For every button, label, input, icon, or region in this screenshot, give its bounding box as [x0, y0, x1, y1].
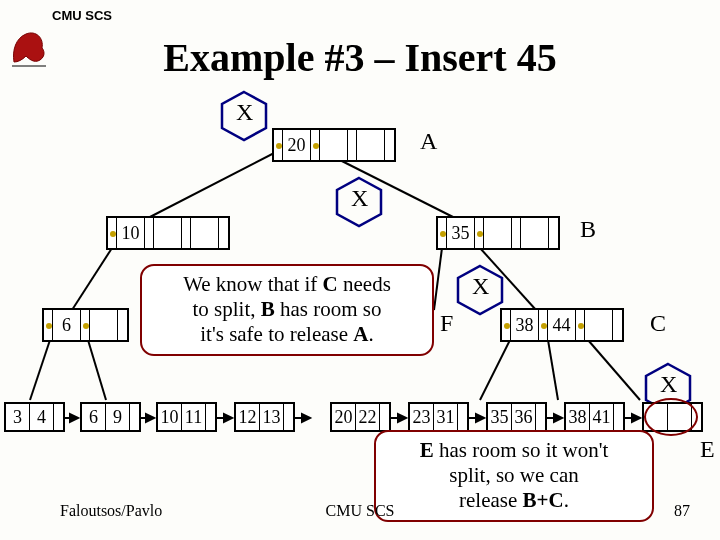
svg-line-2	[72, 248, 112, 310]
node-l1-right: 35	[436, 216, 560, 250]
leaf4-k0: 12	[236, 404, 260, 430]
ptr	[118, 310, 127, 340]
header-org: CMU SCS	[52, 8, 112, 23]
l2c-key-0: 38	[511, 310, 539, 340]
svg-line-3	[434, 248, 442, 310]
leaf4-k1: 13	[260, 404, 284, 430]
marker-b: B	[580, 216, 596, 243]
leaf5-k0: 20	[332, 404, 356, 430]
svg-line-0	[148, 150, 280, 218]
lock-x-b: X	[351, 185, 368, 212]
svg-marker-18	[70, 414, 78, 422]
leaf6-k1: 31	[434, 404, 458, 430]
leaf-6: 23 31	[408, 402, 469, 432]
l2c-key-2	[585, 310, 613, 340]
l1a-key-2	[191, 218, 219, 248]
ptr	[274, 130, 283, 160]
ptr	[549, 218, 558, 248]
leaf7-k1: 36	[512, 404, 536, 430]
ptr	[284, 404, 293, 430]
l1b-key-1	[484, 218, 512, 248]
l1b-key-2	[521, 218, 549, 248]
target-ellipse	[644, 398, 698, 436]
ptr	[614, 404, 623, 430]
c1-l2-b: B	[261, 297, 275, 321]
leaf2-k0: 6	[82, 404, 106, 430]
leaf8-k1: 41	[590, 404, 614, 430]
ptr	[81, 310, 90, 340]
svg-marker-24	[554, 414, 562, 422]
svg-line-9	[588, 340, 640, 400]
ptr	[54, 404, 63, 430]
ptr	[613, 310, 622, 340]
ptr	[145, 218, 154, 248]
footer-center: CMU SCS	[0, 502, 720, 520]
leaf-5: 20 22	[330, 402, 391, 432]
c1-l2-pre: to split,	[192, 297, 260, 321]
leaf7-k0: 35	[488, 404, 512, 430]
svg-line-6	[88, 340, 106, 400]
ptr	[182, 218, 191, 248]
ptr	[206, 404, 215, 430]
svg-marker-20	[224, 414, 232, 422]
l2a-key-1	[90, 310, 118, 340]
l2a-key-0: 6	[53, 310, 81, 340]
root-key-2	[357, 130, 385, 160]
ptr	[438, 218, 447, 248]
leaf5-k1: 22	[356, 404, 380, 430]
callout-release-a: We know that if C needs to split, B has …	[140, 264, 434, 356]
leaf-8: 38 41	[564, 402, 625, 432]
ptr	[385, 130, 394, 160]
svg-marker-25	[632, 414, 640, 422]
ptr	[108, 218, 117, 248]
node-l2-left: 6	[42, 308, 129, 342]
leaf6-k0: 23	[410, 404, 434, 430]
ptr	[458, 404, 467, 430]
ptr	[539, 310, 548, 340]
lock-x-e: X	[660, 371, 677, 398]
ptr	[502, 310, 511, 340]
c1-l3-b: A	[353, 322, 368, 346]
leaf8-k0: 38	[566, 404, 590, 430]
ptr	[219, 218, 228, 248]
svg-marker-22	[398, 414, 406, 422]
marker-a: A	[420, 128, 437, 155]
svg-marker-23	[476, 414, 484, 422]
svg-line-8	[548, 340, 558, 400]
ptr	[576, 310, 585, 340]
c1-l1-b: C	[323, 272, 338, 296]
ptr	[130, 404, 139, 430]
ptr	[512, 218, 521, 248]
leaf-7: 35 36	[486, 402, 547, 432]
svg-line-7	[480, 340, 510, 400]
root-key-1	[320, 130, 348, 160]
leaf1-k1: 4	[30, 404, 54, 430]
l1a-key-1	[154, 218, 182, 248]
c1-l1-pre: We know that if	[183, 272, 322, 296]
root-key-0: 20	[283, 130, 311, 160]
leaf-1: 3 4	[4, 402, 65, 432]
l1b-key-0: 35	[447, 218, 475, 248]
ptr	[44, 310, 53, 340]
svg-marker-19	[146, 414, 154, 422]
marker-e: E	[700, 436, 715, 463]
c1-l2-post: has room so	[275, 297, 382, 321]
ptr	[475, 218, 484, 248]
leaf1-k0: 3	[6, 404, 30, 430]
leaf3-k0: 10	[158, 404, 182, 430]
page-title: Example #3 – Insert 45	[0, 34, 720, 81]
lock-x-a: X	[236, 99, 253, 126]
node-l1-left: 10	[106, 216, 230, 250]
c2-l2: split, so we can	[449, 463, 578, 487]
leaf-3: 10 11	[156, 402, 217, 432]
node-root: 20	[272, 128, 396, 162]
c2-l1-post: has room so it won't	[434, 438, 609, 462]
l1a-key-0: 10	[117, 218, 145, 248]
footer-page: 87	[674, 502, 690, 520]
svg-line-5	[30, 340, 50, 400]
leaf-2: 6 9	[80, 402, 141, 432]
marker-c: C	[650, 310, 666, 337]
lock-x-c: X	[472, 273, 489, 300]
c1-l3-post: .	[368, 322, 373, 346]
leaf2-k1: 9	[106, 404, 130, 430]
